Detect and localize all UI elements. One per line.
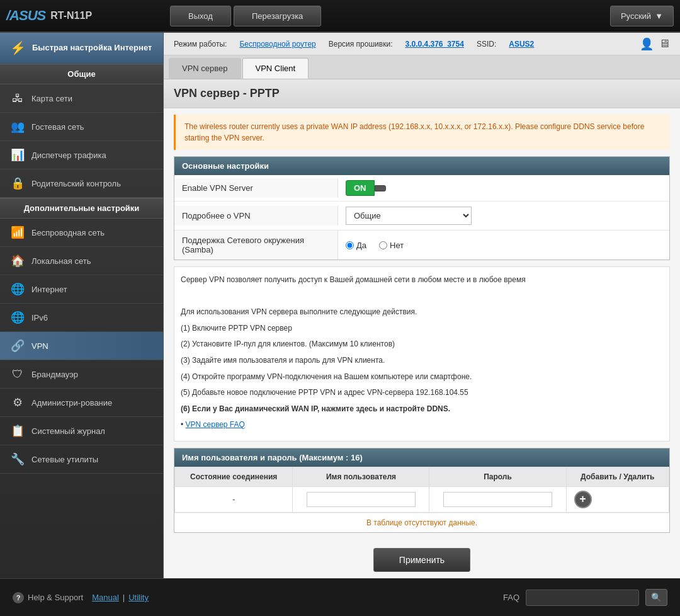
- sidebar-item-ipv6[interactable]: 🌐 IPv6: [0, 304, 163, 332]
- firewall-icon: 🛡: [10, 367, 25, 382]
- wireless-icon: 📶: [10, 225, 25, 240]
- basic-settings-header: Основные настройки: [174, 157, 669, 175]
- enable-vpn-label: Enable VPN Server: [174, 178, 338, 198]
- chevron-down-icon: ▼: [655, 11, 663, 21]
- info-step6: (6) Если у Вас динамический WAN IP, нажм…: [181, 402, 663, 416]
- footer: ? Help & Support Manual | Utility FAQ 🔍: [0, 578, 680, 616]
- internet-icon: 🌐: [10, 282, 25, 297]
- sidebar-item-network-map[interactable]: 🖧 Карта сети: [0, 84, 163, 113]
- sidebar-item-lan[interactable]: 🏠 Локальная сеть: [0, 247, 163, 275]
- tab-vpn-server[interactable]: VPN сервер: [169, 58, 241, 79]
- add-button[interactable]: +: [574, 491, 592, 508]
- username-cell: [293, 486, 429, 512]
- username-input[interactable]: [307, 492, 416, 507]
- network-map-icon: 🖧: [10, 91, 25, 106]
- main-layout: ⚡ Быстрая настройка Интернет Общие 🖧 Кар…: [0, 33, 680, 578]
- quick-setup-icon: ⚡: [10, 40, 26, 55]
- info-line1: Сервер VPN позволяет получить доступ к В…: [181, 273, 663, 287]
- sidebar-item-vpn[interactable]: 🔗 VPN: [0, 332, 163, 360]
- guest-network-icon: 👥: [10, 119, 25, 134]
- info-step5: (5) Добавьте новое подключение PPTP VPN …: [181, 386, 663, 400]
- samba-yes-radio[interactable]: Да: [346, 241, 366, 250]
- vpn-details-label: Подробнее о VPN: [174, 206, 338, 225]
- sidebar-item-admin[interactable]: ⚙ Администри-рование: [0, 389, 163, 417]
- sidebar-item-label: Интернет: [31, 285, 67, 294]
- reboot-button[interactable]: Перезагрузка: [234, 6, 321, 26]
- sidebar-item-network-utils[interactable]: 🔧 Сетевые утилиты: [0, 445, 163, 474]
- admin-icon: ⚙: [10, 395, 25, 410]
- ssid-value[interactable]: ASUS2: [509, 40, 534, 48]
- info-step2: (2) Установите IP-пул для клиентов. (Мак…: [181, 338, 663, 351]
- info-line2: Для использования VPN сервера выполните …: [181, 305, 663, 319]
- vpn-details-value: Общие: [338, 202, 669, 230]
- asus-logo: /ASUS: [6, 8, 45, 24]
- sidebar-item-label: Брандмауэр: [31, 370, 78, 379]
- logout-button[interactable]: Выход: [170, 6, 231, 26]
- sidebar-item-quick-setup[interactable]: ⚡ Быстрая настройка Интернет: [0, 33, 163, 64]
- search-button[interactable]: 🔍: [645, 589, 667, 606]
- sidebar-item-label: Локальная сеть: [31, 256, 91, 266]
- monitor-icon[interactable]: 🖥: [659, 37, 670, 51]
- apply-button[interactable]: Применить: [373, 548, 470, 572]
- info-step3: (3) Задайте имя пользователя и пароль дл…: [181, 354, 663, 368]
- quick-setup-label: Быстрая настройка Интернет: [32, 43, 152, 54]
- sidebar-item-label: Карта сети: [31, 94, 72, 103]
- traffic-manager-icon: 📊: [10, 147, 25, 163]
- sidebar-item-traffic-manager[interactable]: 📊 Диспетчер трафика: [0, 141, 163, 169]
- status-cell: -: [175, 486, 293, 512]
- sidebar-section-advanced: Дополнительные настройки: [0, 198, 163, 219]
- vpn-faq-link[interactable]: VPN сервер FAQ: [186, 420, 245, 429]
- sidebar-item-syslog[interactable]: 📋 Системный журнал: [0, 417, 163, 445]
- user-icon[interactable]: 👤: [640, 37, 654, 51]
- no-data-message: В таблице отсутствуют данные.: [174, 513, 669, 532]
- sidebar-item-internet[interactable]: 🌐 Интернет: [0, 275, 163, 304]
- language-selector[interactable]: Русский ▼: [610, 6, 674, 26]
- sidebar-item-label: Системный журнал: [31, 426, 105, 436]
- vpn-details-select[interactable]: Общие: [346, 207, 472, 225]
- col-status: Состояние соединения: [175, 467, 293, 486]
- sidebar-item-firewall[interactable]: 🛡 Брандмауэр: [0, 360, 163, 389]
- sidebar-item-guest-network[interactable]: 👥 Гостевая сеть: [0, 113, 163, 141]
- utility-link[interactable]: Utility: [128, 593, 149, 602]
- user-table-header: Имя пользователя и пароль (Максимум : 16…: [174, 448, 669, 467]
- top-bar: /ASUS RT-N11P Выход Перезагрузка Русский…: [0, 0, 680, 33]
- samba-no-radio[interactable]: Нет: [379, 241, 404, 250]
- sidebar-item-label: Родительский контроль: [31, 179, 121, 188]
- sidebar-item-parental-control[interactable]: 🔒 Родительский контроль: [0, 169, 163, 198]
- info-step4: (4) Откройте программу VPN-подключения н…: [181, 370, 663, 384]
- page-title: VPN сервер - PPTP: [164, 79, 680, 108]
- tab-vpn-client[interactable]: VPN Client: [242, 58, 309, 79]
- firmware-label: Версия прошивки:: [329, 40, 393, 48]
- user-table-section: Имя пользователя и пароль (Максимум : 16…: [174, 448, 670, 533]
- toggle-off[interactable]: [375, 185, 386, 191]
- user-table: Состояние соединения Имя пользователя Па…: [174, 467, 669, 513]
- toggle-on[interactable]: ON: [346, 180, 375, 196]
- firmware-value[interactable]: 3.0.0.4.376_3754: [405, 40, 463, 48]
- sidebar-section-general: Общие: [0, 64, 163, 84]
- sidebar-item-label: VPN: [31, 341, 48, 351]
- footer-right: FAQ 🔍: [503, 589, 667, 606]
- sidebar: ⚡ Быстрая настройка Интернет Общие 🖧 Кар…: [0, 33, 164, 578]
- enable-vpn-value: ON: [338, 175, 669, 201]
- info-faq-link: • VPN сервер FAQ: [181, 418, 663, 432]
- col-username: Имя пользователя: [293, 467, 429, 486]
- help-support-label[interactable]: Help & Support: [28, 593, 83, 602]
- sidebar-item-wireless[interactable]: 📶 Беспроводная сеть: [0, 219, 163, 247]
- password-input[interactable]: [443, 492, 552, 507]
- faq-search-input[interactable]: [526, 590, 639, 606]
- top-buttons: Выход Перезагрузка: [170, 6, 610, 26]
- help-icon: ?: [13, 592, 24, 603]
- info-step1: (1) Включите PPTP VPN сервер: [181, 322, 663, 336]
- warning-message: The wireless router currently uses a pri…: [174, 115, 670, 150]
- footer-links: Manual | Utility: [92, 593, 149, 602]
- mode-value[interactable]: Беспроводной роутер: [239, 40, 315, 48]
- manual-link[interactable]: Manual: [92, 593, 119, 602]
- samba-label: Поддержка Сетевого окружения (Samba): [174, 231, 338, 260]
- sidebar-item-label: IPv6: [31, 313, 48, 322]
- network-utils-icon: 🔧: [10, 452, 25, 467]
- info-text-section: Сервер VPN позволяет получить доступ к В…: [174, 266, 670, 442]
- col-action: Добавить / Удалить: [566, 467, 669, 486]
- content-panel: VPN сервер - PPTP The wireless router cu…: [164, 79, 680, 578]
- col-password: Пароль: [429, 467, 566, 486]
- basic-settings-section: Основные настройки Enable VPN Server ON …: [174, 156, 670, 260]
